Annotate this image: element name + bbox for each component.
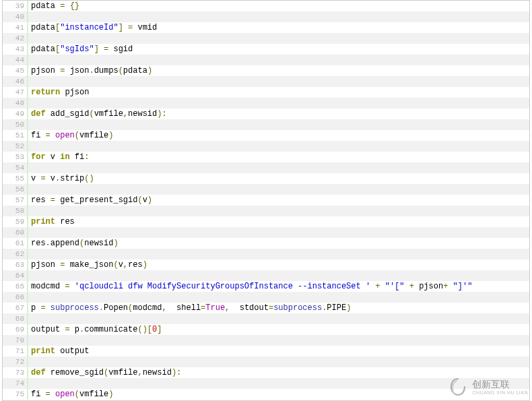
line-number: 41	[3, 22, 28, 33]
code-content: res = get_present_sgid(v)	[28, 195, 152, 206]
line-number: 47	[3, 87, 28, 98]
code-line: 71print output	[3, 346, 529, 357]
code-content	[28, 227, 31, 238]
code-content: pdata["sgIds"] = sgid	[28, 44, 133, 55]
line-number: 54	[3, 162, 28, 173]
code-content: pjson = json.dumps(pdata)	[28, 65, 152, 76]
code-line: 64	[3, 270, 529, 281]
code-line: 51fi = open(vmfile)	[3, 130, 529, 141]
code-line: 75fi = open(vmfile)	[3, 389, 529, 400]
line-number: 53	[3, 152, 28, 162]
code-line: 40	[3, 11, 529, 22]
line-number: 43	[3, 44, 28, 55]
line-number: 58	[3, 206, 28, 216]
line-number: 52	[3, 141, 28, 152]
code-content: print output	[28, 346, 89, 357]
code-line: 70	[3, 335, 529, 346]
line-number: 45	[3, 65, 28, 76]
code-line: 47return pjson	[3, 87, 529, 98]
code-content	[28, 98, 31, 109]
line-number: 69	[3, 324, 28, 335]
line-number: 62	[3, 249, 28, 259]
line-number: 57	[3, 195, 28, 206]
code-line: 52	[3, 141, 529, 152]
line-number: 70	[3, 335, 28, 346]
line-number: 65	[3, 281, 28, 292]
code-line: 41pdata["instanceId"] = vmid	[3, 22, 529, 33]
code-content: output = p.communicate()[0]	[28, 324, 162, 335]
code-line: 39pdata = {}	[3, 1, 529, 11]
code-line: 67p = subprocess.Popen(modcmd, shell=Tru…	[3, 303, 529, 313]
code-content: print res	[28, 216, 75, 227]
line-number: 40	[3, 11, 28, 22]
code-line: 65modcmd = 'qcloudcli dfw ModifySecurity…	[3, 281, 529, 292]
code-line: 48	[3, 98, 529, 109]
line-number: 72	[3, 357, 28, 367]
code-line: 66	[3, 292, 529, 303]
line-number: 73	[3, 367, 28, 378]
code-content	[28, 141, 31, 152]
line-number: 50	[3, 119, 28, 130]
line-number: 61	[3, 238, 28, 249]
line-number: 55	[3, 173, 28, 184]
code-content: return pjson	[28, 87, 89, 98]
code-content	[28, 184, 31, 195]
line-number: 56	[3, 184, 28, 195]
code-content: p = subprocess.Popen(modcmd, shell=True,…	[28, 303, 351, 313]
code-content	[28, 378, 31, 389]
code-block: 39pdata = {}4041pdata["instanceId"] = vm…	[2, 0, 530, 401]
line-number: 71	[3, 346, 28, 357]
line-number: 74	[3, 378, 28, 389]
code-line: 49def add_sgid(vmfile,newsid):	[3, 109, 529, 119]
code-content	[28, 270, 31, 281]
code-line: 46	[3, 76, 529, 87]
code-content: pdata = {}	[28, 1, 79, 11]
code-content: res.append(newsid)	[28, 238, 119, 249]
line-number: 75	[3, 389, 28, 400]
code-content	[28, 76, 31, 87]
line-number: 64	[3, 270, 28, 281]
code-line: 69output = p.communicate()[0]	[3, 324, 529, 335]
line-number: 63	[3, 259, 28, 270]
line-number: 66	[3, 292, 28, 303]
line-number: 60	[3, 227, 28, 238]
code-content	[28, 335, 31, 346]
code-line: 56	[3, 184, 529, 195]
code-content: fi = open(vmfile)	[28, 130, 113, 141]
line-number: 42	[3, 33, 28, 44]
line-number: 48	[3, 98, 28, 109]
code-content: def add_sgid(vmfile,newsid):	[28, 109, 167, 119]
code-line: 74	[3, 378, 529, 389]
code-line: 42	[3, 33, 529, 44]
line-number: 68	[3, 313, 28, 324]
code-content	[28, 292, 31, 303]
code-content	[28, 162, 31, 173]
code-line: 68	[3, 313, 529, 324]
line-number: 46	[3, 76, 28, 87]
code-line: 59print res	[3, 216, 529, 227]
code-line: 61res.append(newsid)	[3, 238, 529, 249]
code-line: 45pjson = json.dumps(pdata)	[3, 65, 529, 76]
code-line: 57res = get_present_sgid(v)	[3, 195, 529, 206]
code-content: v = v.strip()	[28, 173, 94, 184]
code-content	[28, 11, 31, 22]
code-line: 44	[3, 55, 529, 65]
line-number: 59	[3, 216, 28, 227]
code-content: modcmd = 'qcloudcli dfw ModifySecurityGr…	[28, 281, 472, 292]
code-line: 55v = v.strip()	[3, 173, 529, 184]
line-number: 39	[3, 1, 28, 11]
code-line: 72	[3, 357, 529, 367]
code-content: fi = open(vmfile)	[28, 389, 113, 400]
code-content: for v in fi:	[28, 152, 89, 162]
code-content	[28, 313, 31, 324]
code-content: def remove_sgid(vmfile,newsid):	[28, 367, 181, 378]
code-line: 54	[3, 162, 529, 173]
code-content: pjson = make_json(v,res)	[28, 259, 147, 270]
code-line: 63pjson = make_json(v,res)	[3, 259, 529, 270]
code-line: 53for v in fi:	[3, 152, 529, 162]
line-number: 44	[3, 55, 28, 65]
code-content	[28, 33, 31, 44]
code-line: 50	[3, 119, 529, 130]
code-line: 43pdata["sgIds"] = sgid	[3, 44, 529, 55]
code-content	[28, 119, 31, 130]
